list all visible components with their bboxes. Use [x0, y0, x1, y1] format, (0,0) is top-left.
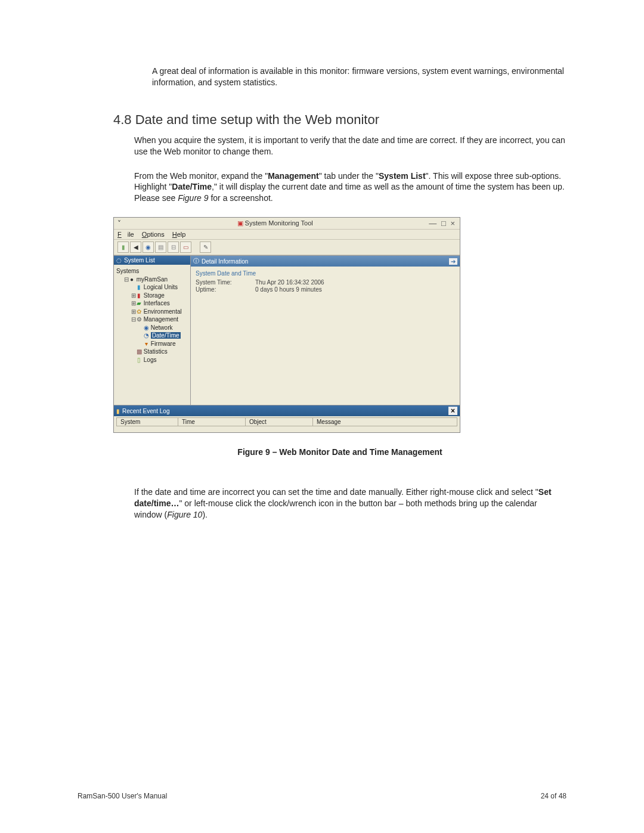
section-number: 4.8 — [113, 112, 132, 127]
system-time-label: System Time: — [196, 279, 255, 286]
tree-storage[interactable]: ⊞▮ Storage — [131, 292, 188, 300]
menubar: File Options Help — [114, 230, 460, 239]
system-time-value: Thu Apr 20 16:34:32 2006 — [255, 279, 324, 286]
tree-firmware[interactable]: ▾ Firmware — [138, 340, 188, 348]
toolbar-button-wrench-icon[interactable]: ✎ — [200, 241, 211, 253]
toolbar-button-2[interactable]: ◀ — [130, 241, 141, 253]
figure-caption: Figure 9 – Web Monitor Date and Time Man… — [113, 447, 566, 457]
text: From the Web monitor, expand the " — [134, 171, 268, 181]
toolbar-button-6[interactable]: ▭ — [180, 241, 191, 253]
col-system[interactable]: System — [117, 418, 178, 426]
tree-interfaces[interactable]: ⊞▰ Interfaces — [131, 299, 188, 308]
window-titlebar: ˅ ▣ System Monitoring Tool — □ × — [114, 218, 460, 230]
footer-left: RamSan-500 User's Manual — [78, 792, 167, 800]
tree-logs[interactable]: ▯ Logs — [131, 356, 188, 364]
event-log-icon: ▮ — [116, 408, 120, 414]
col-message[interactable]: Message — [313, 418, 457, 426]
text: If the date and time are incorrect you c… — [134, 487, 538, 497]
footer-right: 24 of 48 — [541, 792, 566, 800]
screenshot-window: ˅ ▣ System Monitoring Tool — □ × File Op… — [113, 217, 460, 433]
toolbar-button-5[interactable]: ⊟ — [168, 241, 179, 253]
detail-body: System Date and Time System Time: Thu Ap… — [191, 267, 460, 405]
system-tree: Systems ⊟● myRamSan ▮ Logical Units ⊞▮ S… — [114, 265, 190, 366]
bold-systemlist: System List — [379, 171, 426, 181]
system-list-icon: ◌ — [116, 257, 122, 264]
tree-datetime[interactable]: ◔ Date/Time — [138, 332, 188, 340]
paragraph-3: If the date and time are incorrect you c… — [113, 487, 566, 521]
toolbar-button-4[interactable]: ▤ — [155, 241, 166, 253]
window-controls: — □ × — [429, 219, 456, 228]
section-heading: 4.8 Date and time setup with the Web mon… — [113, 112, 566, 128]
toolbar-button-globe-icon[interactable]: ◉ — [143, 241, 154, 253]
event-log-columns: System Time Object Message — [116, 417, 457, 426]
minimize-button[interactable]: — — [429, 219, 438, 228]
tree-management[interactable]: ⊟⚙ Management ◉ Network ◔ Date/Time ▾ Fi… — [131, 315, 188, 348]
system-date-time-title: System Date and Time — [196, 270, 455, 277]
info-icon: ⓘ — [193, 257, 199, 265]
window-title-text: System Monitoring Tool — [245, 219, 313, 227]
bold-datetime: Date/Time — [172, 182, 212, 191]
detail-arrow-button[interactable]: ➔ — [449, 258, 457, 265]
tree-statistics[interactable]: ▩ Statistics — [131, 348, 188, 356]
maximize-button[interactable]: □ — [441, 219, 447, 228]
col-object[interactable]: Object — [246, 418, 313, 426]
page-footer: RamSan-500 User's Manual 24 of 48 — [78, 792, 566, 800]
toolbar: ▮ ◀ ◉ ▤ ⊟ ▭ ✎ — [114, 239, 460, 255]
col-time[interactable]: Time — [178, 418, 246, 426]
paragraph-1: When you acquire the system, it is impor… — [113, 135, 566, 157]
tree-myramsan[interactable]: ⊟● myRamSan ▮ Logical Units ⊞▮ Storage ⊞… — [123, 275, 188, 364]
menu-help[interactable]: Help — [172, 231, 186, 238]
detail-header-title: Detail Information — [202, 258, 248, 265]
menu-options[interactable]: Options — [142, 231, 165, 238]
figure-ref-10: Figure 10 — [167, 510, 202, 519]
tree-systems[interactable]: Systems ⊟● myRamSan ▮ Logical Units ⊞▮ S… — [116, 267, 188, 364]
text: ). — [202, 510, 208, 519]
event-log-header: ▮ Recent Event Log × — [114, 405, 460, 416]
tree-network[interactable]: ◉ Network — [138, 324, 188, 332]
uptime-value: 0 days 0 hours 9 minutes — [255, 286, 322, 293]
event-log-title: Recent Event Log — [122, 408, 170, 414]
system-list-header: ◌ System List — [114, 256, 190, 265]
intro-paragraph: A great deal of information is available… — [113, 66, 566, 88]
bold-management: Management — [268, 171, 319, 181]
uptime-label: Uptime: — [196, 286, 255, 293]
toolbar-button-1[interactable]: ▮ — [117, 241, 129, 253]
tree-logical-units[interactable]: ▮ Logical Units — [131, 283, 188, 292]
close-button[interactable]: × — [450, 219, 456, 228]
figure-ref: Figure 9 — [178, 193, 208, 203]
paragraph-2: From the Web monitor, expand the "Manage… — [113, 171, 566, 205]
detail-header: ⓘ Detail Information ➔ — [191, 256, 460, 267]
event-log-close-button[interactable]: × — [448, 407, 457, 415]
text: for a screenshot. — [209, 193, 273, 203]
app-icon: ▣ — [237, 219, 243, 227]
section-title: Date and time setup with the Web monitor — [135, 112, 379, 127]
text: " tab under the " — [319, 171, 379, 181]
system-list-title: System List — [124, 257, 155, 264]
tree-environmental[interactable]: ⊞✿ Environmental — [131, 308, 188, 316]
menu-file[interactable]: File — [117, 231, 134, 238]
window-title: ▣ System Monitoring Tool — [121, 219, 429, 227]
